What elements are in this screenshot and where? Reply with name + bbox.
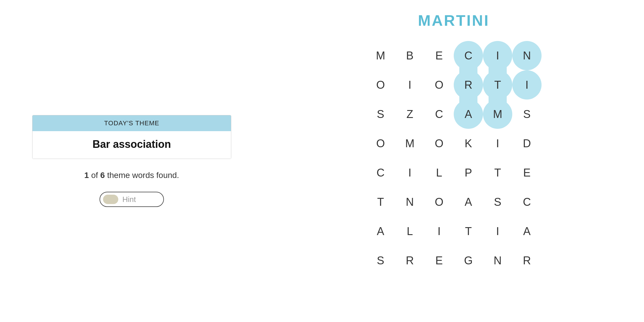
- grid-cell[interactable]: M: [366, 41, 395, 70]
- grid-cell[interactable]: T: [366, 187, 395, 217]
- theme-box: TODAY'S THEME Bar association: [32, 115, 231, 159]
- grid-cell[interactable]: O: [366, 129, 395, 158]
- grid-cell[interactable]: A: [454, 187, 483, 217]
- grid-cell[interactable]: I: [512, 70, 542, 100]
- grid-cell[interactable]: T: [454, 217, 483, 246]
- hint-label: Hint: [122, 195, 136, 204]
- grid-wrapper: MBECINOIORTISZCAMSOMOKIDCILPTETNOASCALIT…: [366, 41, 542, 275]
- grid-cell[interactable]: O: [424, 70, 454, 100]
- grid-cell[interactable]: I: [483, 41, 512, 70]
- grid-cell[interactable]: I: [395, 158, 424, 187]
- grid-cell[interactable]: A: [366, 217, 395, 246]
- grid-cell[interactable]: A: [454, 100, 483, 129]
- found-suffix: theme words found.: [107, 171, 179, 180]
- grid-cell[interactable]: P: [454, 158, 483, 187]
- found-text: 1 of 6 theme words found.: [84, 171, 179, 180]
- grid-cell[interactable]: O: [366, 70, 395, 100]
- grid-cell[interactable]: S: [366, 246, 395, 275]
- grid: MBECINOIORTISZCAMSOMOKIDCILPTETNOASCALIT…: [366, 41, 542, 275]
- grid-cell[interactable]: C: [366, 158, 395, 187]
- toggle-knob: [103, 195, 118, 204]
- grid-cell[interactable]: L: [424, 158, 454, 187]
- found-count: 1: [84, 171, 89, 180]
- grid-cell[interactable]: N: [395, 187, 424, 217]
- grid-cell[interactable]: O: [424, 129, 454, 158]
- grid-cell[interactable]: Z: [395, 100, 424, 129]
- grid-cell[interactable]: M: [395, 129, 424, 158]
- grid-cell[interactable]: I: [483, 129, 512, 158]
- left-panel: TODAY'S THEME Bar association 1 of 6 the…: [0, 0, 263, 322]
- grid-cell[interactable]: E: [424, 41, 454, 70]
- grid-cell[interactable]: D: [512, 129, 542, 158]
- hint-toggle[interactable]: Hint: [100, 192, 164, 207]
- grid-cell[interactable]: A: [512, 217, 542, 246]
- grid-cell[interactable]: K: [454, 129, 483, 158]
- grid-cell[interactable]: R: [454, 70, 483, 100]
- grid-cell[interactable]: I: [395, 70, 424, 100]
- grid-cell[interactable]: B: [395, 41, 424, 70]
- grid-cell[interactable]: I: [483, 217, 512, 246]
- word-title: MARTINI: [418, 12, 490, 29]
- grid-cell[interactable]: T: [483, 70, 512, 100]
- grid-cell[interactable]: C: [512, 187, 542, 217]
- grid-cell[interactable]: N: [483, 246, 512, 275]
- theme-header: TODAY'S THEME: [32, 115, 231, 131]
- grid-cell[interactable]: S: [512, 100, 542, 129]
- theme-value: Bar association: [32, 131, 231, 159]
- grid-cell[interactable]: O: [424, 187, 454, 217]
- grid-cell[interactable]: N: [512, 41, 542, 70]
- grid-cell[interactable]: M: [483, 100, 512, 129]
- right-panel: MARTINI MBECINOIORTISZCAMSOMOKIDCILPTETN…: [263, 0, 644, 322]
- grid-cell[interactable]: R: [512, 246, 542, 275]
- grid-cell[interactable]: G: [454, 246, 483, 275]
- grid-cell[interactable]: L: [395, 217, 424, 246]
- grid-cell[interactable]: C: [424, 100, 454, 129]
- grid-cell[interactable]: R: [395, 246, 424, 275]
- grid-cell[interactable]: T: [483, 158, 512, 187]
- grid-cell[interactable]: S: [366, 100, 395, 129]
- grid-cell[interactable]: I: [424, 217, 454, 246]
- grid-cell[interactable]: S: [483, 187, 512, 217]
- found-of: of: [91, 171, 100, 180]
- grid-cell[interactable]: E: [424, 246, 454, 275]
- grid-cell[interactable]: E: [512, 158, 542, 187]
- total-count: 6: [100, 171, 105, 180]
- grid-cell[interactable]: C: [454, 41, 483, 70]
